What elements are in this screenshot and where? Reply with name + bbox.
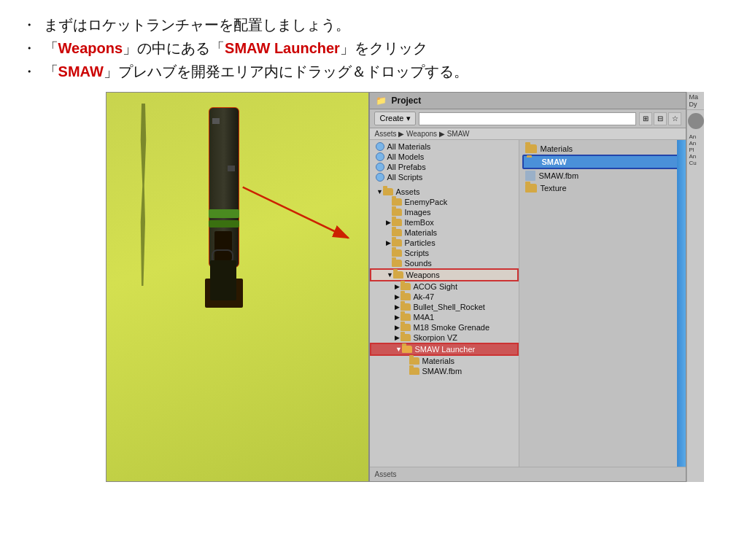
instruction-line-1: まずはロケットランチャーを配置しましょう。 bbox=[22, 13, 725, 36]
tree-particles[interactable]: ▶ Particles bbox=[370, 238, 519, 248]
content-smaw[interactable]: SMAW bbox=[522, 155, 683, 169]
tree-m18-smoke[interactable]: ▶ M18 Smoke Grenade bbox=[370, 322, 519, 332]
tree-images[interactable]: Images bbox=[370, 207, 519, 217]
project-title: Project bbox=[391, 96, 421, 106]
content-smaw-fbm[interactable]: SMAW.fbm bbox=[522, 169, 683, 182]
tree-m4a1[interactable]: ▶ M4A1 bbox=[370, 312, 519, 322]
folder-icon-assets bbox=[383, 188, 393, 195]
content-folder-icon-texture bbox=[525, 184, 537, 192]
panel-columns: All Materials All Models All Prefabs All… bbox=[370, 140, 686, 467]
content-file-icon-smaw-fbm bbox=[525, 171, 535, 181]
filter-all-models[interactable]: All Models bbox=[370, 152, 519, 162]
bottom-status-bar: Assets bbox=[370, 467, 686, 481]
instruction-line-3: 「SMAW」プレハブを開発エリア内にドラッグ＆ドロップする。 bbox=[22, 60, 725, 83]
tree-sounds[interactable]: Sounds bbox=[370, 258, 519, 268]
shadow-figure-left bbox=[134, 104, 152, 286]
folder-icon-bullet-shell bbox=[400, 303, 411, 311]
folder-icon-ak47 bbox=[400, 293, 411, 300]
status-text: Assets bbox=[374, 470, 396, 478]
viewport-panel bbox=[106, 92, 369, 482]
create-button[interactable]: Create ▾ bbox=[374, 112, 415, 125]
folder-icon-smaw-fbm bbox=[409, 368, 419, 375]
instructions-panel: まずはロケットランチャーを配置しましょう。 「Weapons」の中にある「SMA… bbox=[0, 0, 747, 92]
folder-icon-itembox bbox=[392, 219, 402, 226]
filter-icon-materials bbox=[376, 142, 384, 151]
content-area: Materials SMAW SMAW.fbm Texture bbox=[519, 140, 686, 467]
content-folder-icon-smaw bbox=[527, 158, 538, 166]
project-header: 📁 Project bbox=[370, 93, 686, 109]
tree-smaw-materials[interactable]: Materials bbox=[370, 356, 519, 366]
folder-icon-sounds bbox=[392, 260, 402, 267]
svg-line-1 bbox=[243, 187, 349, 238]
filter-all-scripts[interactable]: All Scripts bbox=[370, 172, 519, 182]
filter-all-prefabs[interactable]: All Prefabs bbox=[370, 162, 519, 172]
tree-skorpion[interactable]: ▶ Skorpion VZ bbox=[370, 332, 519, 343]
toolbar-icons: ⊞ ⊟ ☆ bbox=[639, 112, 681, 125]
instruction-line-2: 「Weapons」の中にある「SMAW Launcher」をクリック bbox=[22, 36, 725, 60]
tree-assets-root[interactable]: ▼ Assets bbox=[370, 187, 519, 197]
project-toolbar[interactable]: Create ▾ ⊞ ⊟ ☆ bbox=[370, 109, 686, 128]
tree-materials[interactable]: Materials bbox=[370, 228, 519, 238]
sort-icon[interactable]: ⊞ bbox=[639, 112, 652, 125]
content-column: Materials SMAW SMAW.fbm Texture bbox=[519, 140, 686, 467]
filter-icon-scripts bbox=[376, 173, 384, 182]
right-panel-partial: MaDy AnAnPlAnCu bbox=[686, 92, 704, 482]
tree-column: All Materials All Models All Prefabs All… bbox=[370, 140, 519, 467]
tree-weapons[interactable]: ▼ Weapons bbox=[370, 268, 519, 281]
content-materials[interactable]: Materials bbox=[522, 143, 683, 155]
project-panel: 📁 Project Create ▾ ⊞ ⊟ ☆ Assets ▶ Weapon… bbox=[369, 92, 686, 482]
folder-icon-smaw-materials bbox=[409, 357, 419, 365]
folder-icon-m4a1 bbox=[400, 314, 411, 321]
filter-icon[interactable]: ⊟ bbox=[654, 112, 667, 125]
tree-enemypack[interactable]: EnemyPack bbox=[370, 197, 519, 207]
folder-icon-materials bbox=[392, 229, 402, 236]
tree-smaw-launcher[interactable]: ▼ SMAW Launcher bbox=[370, 343, 519, 356]
folder-icon-particles bbox=[392, 239, 402, 246]
right-panel-circle bbox=[688, 113, 704, 129]
project-panel-wrapper: 📁 Project Create ▾ ⊞ ⊟ ☆ Assets ▶ Weapon… bbox=[369, 92, 686, 482]
content-folder-icon-materials bbox=[525, 144, 537, 153]
screenshot-area: 📁 Project Create ▾ ⊞ ⊟ ☆ Assets ▶ Weapon… bbox=[106, 92, 704, 482]
folder-icon-acog bbox=[400, 283, 411, 290]
tree-ak47[interactable]: ▶ Ak-47 bbox=[370, 292, 519, 302]
folder-icon-smaw bbox=[402, 346, 412, 353]
filter-all-materials[interactable]: All Materials bbox=[370, 141, 519, 152]
filter-icon-prefabs bbox=[376, 163, 384, 171]
expand-assets: ▼ bbox=[376, 188, 383, 195]
tree-smaw-fbm[interactable]: SMAW.fbm bbox=[370, 366, 519, 376]
folder-icon-m18 bbox=[400, 324, 411, 331]
breadcrumb: Assets ▶ Weapons ▶ SMAW bbox=[370, 128, 686, 140]
tree-itembox[interactable]: ▶ ItemBox bbox=[370, 217, 519, 228]
folder-icon-weapons bbox=[393, 271, 403, 279]
folder-icon-header: 📁 bbox=[376, 96, 387, 106]
content-texture[interactable]: Texture bbox=[522, 182, 683, 194]
blue-scroll-bar[interactable] bbox=[677, 140, 686, 467]
star-icon[interactable]: ☆ bbox=[668, 112, 681, 125]
folder-icon-images bbox=[392, 209, 402, 216]
tree-scripts[interactable]: Scripts bbox=[370, 248, 519, 258]
tree-acog[interactable]: ▶ ACOG Sight bbox=[370, 281, 519, 292]
right-panel-labels: AnAnPlAnCu bbox=[687, 132, 704, 168]
folder-icon-scripts bbox=[392, 249, 402, 257]
folder-icon-enemypack bbox=[392, 198, 402, 206]
search-input[interactable] bbox=[419, 112, 637, 125]
filter-icon-models bbox=[376, 152, 384, 161]
folder-icon-skorpion bbox=[400, 334, 411, 341]
tree-bullet-shell[interactable]: ▶ Bullet_Shell_Rocket bbox=[370, 302, 519, 312]
right-panel-text: MaDy bbox=[687, 92, 704, 110]
